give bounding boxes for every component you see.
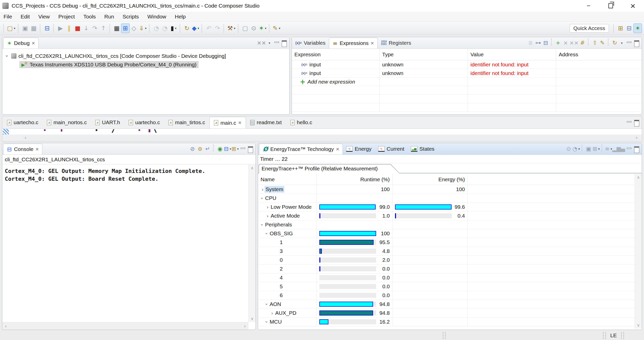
open-perspective-icon[interactable]: ⊞ <box>616 23 625 33</box>
tab-variables[interactable]: (x)= Variables <box>292 37 329 48</box>
editor-tab[interactable]: readme.txt × <box>246 116 286 128</box>
scroll-right-icon[interactable]: › <box>244 323 246 329</box>
editor-tab[interactable]: .c main_nortos.c × <box>43 116 91 128</box>
expand-arrow-icon[interactable]: › <box>260 223 265 227</box>
dropdown-arrow-icon[interactable]: ▾ <box>237 147 239 151</box>
menu-item[interactable]: Help <box>175 14 186 20</box>
pin-console-icon[interactable]: ◉ ▾ <box>216 144 224 153</box>
window-close-button[interactable]: × <box>622 0 644 12</box>
show-type-names-icon[interactable]: ≣ <box>527 38 534 47</box>
column-type[interactable]: Type <box>380 49 468 60</box>
dropdown-arrow-icon[interactable]: ▾ <box>578 147 580 151</box>
tab-debug[interactable]: ✶ Debug × <box>3 38 39 48</box>
tab-energy[interactable]: ∿ Energy <box>343 143 375 154</box>
build-icon[interactable]: ⚒ ▾ <box>227 23 236 33</box>
dropdown-arrow-icon[interactable]: ▾ <box>175 27 176 30</box>
window-minimize-button[interactable]: − <box>577 0 600 12</box>
reset-cpu-icon[interactable]: ↻ ▾ <box>183 23 191 33</box>
menu-item[interactable]: Tools <box>83 14 96 20</box>
step-return-icon[interactable]: ↑ ▾ <box>99 23 108 33</box>
memory-browser-icon[interactable]: ▦ ▾ <box>113 23 121 33</box>
profile-row[interactable]: › System 100 <box>258 185 635 194</box>
close-icon[interactable]: × <box>32 40 35 46</box>
close-icon[interactable]: × <box>336 146 339 152</box>
scroll-left-icon[interactable]: ‹ <box>5 323 7 329</box>
window-restore-button[interactable] <box>600 0 622 12</box>
connect-target-icon[interactable]: ⊞ ▾ <box>121 23 130 33</box>
save-icon[interactable]: ▣ ▾ <box>21 23 30 33</box>
column-runtime[interactable]: Runtime (%) <box>317 174 393 185</box>
chevron-down-icon[interactable]: › <box>4 54 10 58</box>
profile-clock-icon[interactable]: ◔ ▾ <box>152 23 161 33</box>
editor-tab[interactable]: .c uartecho.c × <box>124 116 164 128</box>
dropdown-arrow-icon[interactable]: ▾ <box>610 147 612 151</box>
collapse-all-icon[interactable]: ⊟ <box>542 38 549 47</box>
expression-row[interactable]: (x)=input unknown identifier not found: … <box>292 69 642 77</box>
pause-measurement-icon[interactable]: ⊙ ▾ <box>565 144 572 153</box>
view-menu-icon[interactable]: ▾ <box>619 41 625 45</box>
console-view-icon[interactable]: ⊟ ▾ <box>43 23 51 33</box>
dropdown-arrow-icon[interactable]: ▾ <box>198 27 199 30</box>
tab-states[interactable]: ▂▅ States <box>408 143 438 154</box>
expand-arrow-icon[interactable]: › <box>261 187 265 192</box>
import-expressions-icon[interactable]: ⇧ <box>591 38 599 47</box>
open-profile-icon[interactable]: ⊞ ▾ <box>592 144 600 153</box>
tab-console[interactable]: ⊟ Console × <box>3 144 42 154</box>
profile-row[interactable]: › AON 94.8 <box>258 300 635 309</box>
editor-tab[interactable]: .c hello.c × <box>286 116 317 128</box>
statusbar-grip[interactable] <box>442 332 446 339</box>
column-energy[interactable]: Energy (%) <box>393 174 468 185</box>
scroll-lock-icon[interactable]: ⊜ ▾ <box>196 144 204 153</box>
profile-row[interactable]: 5 0.0 <box>258 282 635 291</box>
statusbar-grip[interactable] <box>602 332 607 339</box>
chart-toggle-icon[interactable]: ▂▆▄ ▾ <box>612 144 625 153</box>
highlight-pen-icon[interactable]: ✎ ▾ <box>272 23 281 33</box>
profile-row[interactable]: 4 0.0 <box>258 273 635 282</box>
expression-row[interactable]: (x)=input unknown identifier not found: … <box>292 60 642 69</box>
scroll-down-icon[interactable]: ∨ <box>251 316 254 321</box>
profile-row[interactable]: › CPU <box>258 194 635 203</box>
profile-row[interactable]: 6 0.0 <box>258 291 635 300</box>
redo-icon[interactable]: ↷ ▾ <box>213 23 222 33</box>
show-logical-structure-icon[interactable]: ⊶ <box>534 38 542 47</box>
refresh-icon[interactable]: ↻ <box>611 38 619 47</box>
dropdown-arrow-icon[interactable]: ▾ <box>279 27 280 30</box>
display-settings-icon[interactable]: ≡ ▾ <box>605 144 612 153</box>
suspend-icon[interactable]: ∥ ▾ <box>65 23 73 33</box>
tab-expressions[interactable]: ∞ Expressions × <box>329 38 377 48</box>
word-wrap-icon[interactable]: ↵ ▾ <box>204 144 211 153</box>
profile-vertical-scrollbar[interactable]: ∧ ∨ <box>635 174 642 329</box>
profile-row[interactable]: 3 4.8 <box>258 247 635 256</box>
expand-arrow-icon[interactable]: › <box>266 204 270 210</box>
maximize-icon[interactable] <box>280 38 288 47</box>
menu-item[interactable]: Scripts <box>123 14 139 20</box>
menu-item[interactable]: File <box>4 14 12 20</box>
debug-session-row[interactable]: › cli_ftd_CC26X2R1_LAUNCHXL_tirtos_ccs [… <box>5 52 289 60</box>
pointer-mode-icon[interactable]: ◇ ▾ <box>130 23 138 33</box>
column-address[interactable]: Address <box>556 49 642 60</box>
menu-item[interactable]: Project <box>58 14 75 20</box>
menu-item[interactable]: Run <box>104 14 114 20</box>
restore-debug-state-icon[interactable]: ◆ ▾ <box>191 23 200 33</box>
export-expressions-icon[interactable]: ✎ <box>599 38 606 47</box>
profile-tab[interactable]: EnergyTrace++™ Profile (Relative Measure… <box>259 164 400 173</box>
quick-access-box[interactable]: Quick Access <box>570 24 609 33</box>
menu-item[interactable]: View <box>38 14 50 20</box>
scroll-up-icon[interactable]: ∧ <box>251 166 254 170</box>
maximize-icon[interactable] <box>633 144 640 153</box>
open-console-icon[interactable]: ⊞ ▾ <box>231 144 239 153</box>
save-profile-icon[interactable]: ▣ ▾ <box>585 144 592 153</box>
new-target-config-icon[interactable]: ▢ ▾ <box>241 23 249 33</box>
maximize-icon[interactable] <box>633 118 640 127</box>
number-format-icon[interactable]: # <box>579 38 586 47</box>
profile-row[interactable]: › MCU 16.2 <box>258 318 635 326</box>
expand-arrow-icon[interactable]: › <box>270 310 274 316</box>
profile-row[interactable]: › Active Mode 1.0 <box>258 212 635 220</box>
maximize-icon[interactable] <box>246 144 254 153</box>
chip-flash-icon[interactable]: ▮ ▾ <box>169 23 178 33</box>
expand-arrow-icon[interactable]: › <box>264 320 269 324</box>
profile-row[interactable]: › OBS_SIG 100 <box>258 229 635 238</box>
tab-registers[interactable]: 10100101 Registers <box>378 37 415 48</box>
editor-horizontal-scrollbar[interactable]: ‹ › <box>22 135 640 141</box>
dropdown-arrow-icon[interactable]: ▾ <box>145 27 147 30</box>
